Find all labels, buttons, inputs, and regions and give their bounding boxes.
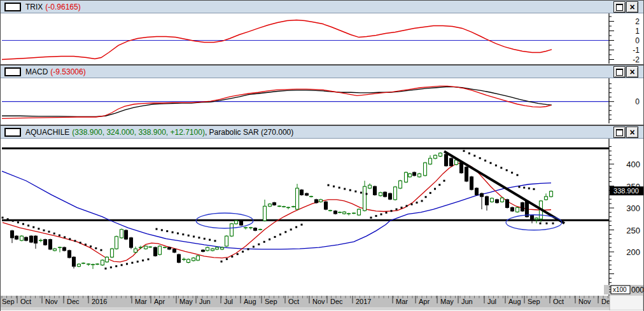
svg-text:2: 2 (635, 17, 640, 26)
svg-text:-1: -1 (633, 46, 640, 55)
svg-text:250: 250 (626, 226, 640, 235)
panel-menu-icon[interactable] (4, 128, 21, 137)
price-titlebar[interactable]: AQUACHILE (338.900, 324.000, 338.900, +1… (1, 126, 643, 139)
svg-text:Apr: Apr (154, 298, 165, 305)
price-tag: 338.900 (610, 186, 643, 195)
svg-text:May: May (179, 298, 193, 305)
panel-menu-icon[interactable] (4, 67, 21, 76)
maximize-icon (616, 129, 623, 136)
svg-text:Dec: Dec (67, 298, 80, 305)
svg-text:Apr: Apr (419, 298, 430, 305)
svg-text:Sep: Sep (2, 298, 15, 305)
svg-text:Oct: Oct (553, 298, 564, 305)
price-panel: AQUACHILE (338.900, 324.000, 338.900, +1… (0, 125, 644, 311)
close-button[interactable]: × (626, 66, 638, 78)
svg-text:2017: 2017 (356, 298, 371, 305)
close-icon: × (629, 67, 634, 76)
macd-titlebar[interactable]: MACD (-9.53006) × (1, 66, 643, 78)
ma-slow-line (2, 171, 551, 249)
candles-group (11, 152, 553, 269)
svg-text:1: 1 (635, 27, 640, 36)
svg-text:Mar: Mar (396, 298, 408, 305)
trix-panel: TRIX (-0.96165) × 210-1-2 (0, 0, 644, 65)
close-icon: × (629, 3, 634, 11)
svg-text:x100: x100 (613, 286, 627, 293)
sar-label: , Parabolic SAR (270.000) (205, 128, 293, 137)
trix-chart[interactable]: 210-1-2 (1, 13, 643, 64)
svg-text:Jul: Jul (224, 298, 233, 305)
svg-text:000: 000 (631, 286, 643, 294)
svg-text:Sep: Sep (265, 298, 277, 305)
svg-text:Oct: Oct (20, 298, 31, 305)
svg-text:300: 300 (626, 204, 640, 213)
svg-text:Nov: Nov (312, 298, 325, 305)
close-button[interactable]: × (626, 1, 638, 13)
close-button[interactable]: × (626, 127, 638, 138)
svg-text:Aug: Aug (508, 298, 521, 305)
svg-text:Nov: Nov (45, 298, 58, 305)
svg-text:Jun: Jun (461, 298, 473, 305)
trix-y-axis: 210-1-2 (609, 13, 640, 64)
maximize-button[interactable] (613, 127, 626, 138)
svg-text:Oct: Oct (288, 298, 299, 305)
maximize-button[interactable] (613, 66, 626, 78)
macd-value: (-9.53006) (50, 67, 85, 76)
svg-text:May: May (440, 298, 454, 305)
svg-text:Jun: Jun (199, 298, 211, 305)
macd-panel: MACD (-9.53006) × 0 (0, 65, 644, 125)
svg-text:Mar: Mar (135, 298, 147, 305)
svg-text:Nov: Nov (578, 298, 591, 305)
trix-titlebar[interactable]: TRIX (-0.96165) × (1, 1, 643, 13)
svg-text:-2: -2 (633, 55, 640, 64)
trix-value: (-0.96165) (45, 3, 80, 11)
axis-corner (610, 295, 643, 310)
maximize-button[interactable] (613, 1, 626, 13)
svg-text:400: 400 (626, 160, 640, 169)
svg-text:200: 200 (626, 247, 640, 257)
svg-text:Jul: Jul (487, 298, 496, 305)
svg-text:0: 0 (635, 97, 640, 106)
macd-chart[interactable]: 0 (1, 78, 643, 123)
ma-fast-line (3, 163, 551, 262)
svg-text:Aug: Aug (244, 298, 256, 305)
panel-menu-icon[interactable] (4, 3, 21, 11)
trix-title: TRIX (25, 3, 43, 11)
svg-text:2016: 2016 (92, 298, 107, 305)
price-chart[interactable]: 400350300250200338.900x100000SepOctNovDe… (1, 139, 643, 310)
maximize-icon (616, 4, 623, 11)
maximize-icon (616, 69, 623, 76)
svg-text:0: 0 (635, 36, 640, 45)
symbol-title: AQUACHILE (25, 128, 69, 137)
price-y-axis: 400350300250200 (609, 139, 640, 296)
close-icon: × (629, 128, 634, 137)
macd-y-axis: 0 (609, 78, 640, 123)
macd-title: MACD (25, 67, 48, 76)
svg-text:338.900: 338.900 (613, 187, 639, 195)
svg-text:Dec: Dec (330, 298, 343, 305)
date-axis: SepOctNovDec2016MarAprMayJunJulAugSepOct… (1, 296, 643, 310)
trendline-annotation (444, 151, 564, 223)
trix-line (2, 20, 552, 60)
volume-scale: x100000 (604, 285, 643, 294)
svg-text:Sep: Sep (528, 298, 540, 305)
ohlc-values: (338.900, 324.000, 338.900, +12.7100) (72, 128, 205, 137)
